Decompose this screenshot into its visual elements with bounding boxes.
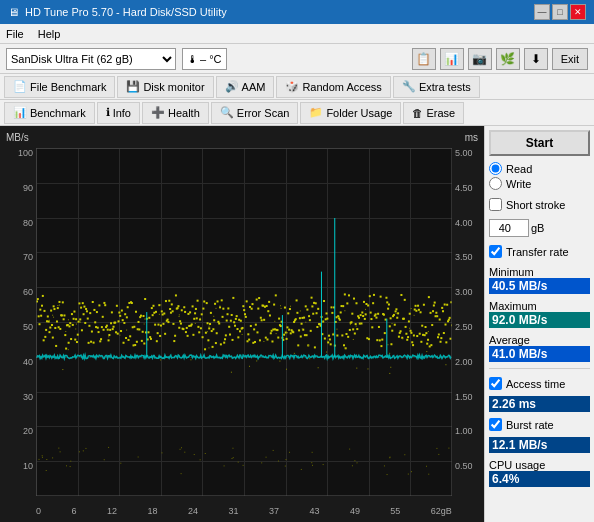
nav-error-scan[interactable]: 🔍 Error Scan	[211, 102, 299, 124]
title-bar-controls: — □ ✕	[534, 4, 586, 20]
extra-tests-icon: 🔧	[402, 80, 416, 93]
access-time-label: Access time	[506, 378, 565, 390]
average-section: Average 41.0 MB/s	[489, 332, 590, 362]
nav-random-access[interactable]: 🎲 Random Access	[276, 76, 390, 98]
toolbar-icons: 📋 📊 📷 🌿 ⬇ Exit	[412, 48, 588, 70]
toolbar-icon-5[interactable]: ⬇	[524, 48, 548, 70]
random-access-icon: 🎲	[285, 80, 299, 93]
file-benchmark-icon: 📄	[13, 80, 27, 93]
burst-rate-checkbox[interactable]	[489, 418, 502, 431]
nav-aam[interactable]: 🔊 AAM	[216, 76, 275, 98]
restore-button[interactable]: □	[552, 4, 568, 20]
minimum-value: 40.5 MB/s	[489, 278, 590, 294]
cpu-section: CPU usage 6.4%	[489, 457, 590, 487]
health-icon: ➕	[151, 106, 165, 119]
app-icon: 🖥	[8, 6, 19, 18]
gb-spinbox[interactable]	[489, 219, 529, 237]
right-panel: Start Read Write Short stroke gB Transfe…	[484, 126, 594, 522]
minimize-button[interactable]: —	[534, 4, 550, 20]
y-axis-right: 5.00 4.50 4.00 3.50 3.00 2.50 2.00 1.50 …	[452, 148, 480, 496]
title-text: HD Tune Pro 5.70 - Hard Disk/SSD Utility	[25, 6, 227, 18]
thermometer-icon: 🌡	[187, 53, 198, 65]
nav-file-benchmark[interactable]: 📄 File Benchmark	[4, 76, 115, 98]
write-option: Write	[489, 177, 590, 190]
aam-icon: 🔊	[225, 80, 239, 93]
cpu-usage-label: CPU usage	[489, 459, 590, 471]
access-time-checkbox[interactable]	[489, 377, 502, 390]
burst-rate-row: Burst rate	[489, 418, 590, 431]
write-radio[interactable]	[489, 177, 502, 190]
chart-inner: MB/s ms 100 90 80 70 60 50 40 30 20 10 5…	[4, 130, 480, 518]
y-axis-left: 100 90 80 70 60 50 40 30 20 10	[4, 148, 36, 496]
close-button[interactable]: ✕	[570, 4, 586, 20]
chart-container: MB/s ms 100 90 80 70 60 50 40 30 20 10 5…	[0, 126, 484, 522]
chart-left-label: MB/s	[6, 132, 29, 143]
error-scan-icon: 🔍	[220, 106, 234, 119]
toolbar-icon-3[interactable]: 📷	[468, 48, 492, 70]
nav-extra-tests[interactable]: 🔧 Extra tests	[393, 76, 480, 98]
disk-monitor-icon: 💾	[126, 80, 140, 93]
maximum-label: Maximum	[489, 300, 590, 312]
burst-rate-label: Burst rate	[506, 419, 554, 431]
transfer-rate-label: Transfer rate	[506, 246, 569, 258]
read-radio[interactable]	[489, 162, 502, 175]
temp-display: 🌡 – °C	[182, 48, 227, 70]
divider-1	[489, 368, 590, 369]
short-stroke-label: Short stroke	[506, 199, 565, 211]
read-label: Read	[506, 163, 532, 175]
benchmark-chart	[36, 148, 452, 496]
read-write-group: Read Write	[489, 162, 590, 190]
toolbar-icon-2[interactable]: 📊	[440, 48, 464, 70]
transfer-rate-row: Transfer rate	[489, 245, 590, 258]
menu-bar: File Help	[0, 24, 594, 44]
maximum-value: 92.0 MB/s	[489, 312, 590, 328]
nav-erase[interactable]: 🗑 Erase	[403, 102, 464, 124]
nav-folder-usage[interactable]: 📁 Folder Usage	[300, 102, 401, 124]
average-value: 41.0 MB/s	[489, 346, 590, 362]
short-stroke-checkbox[interactable]	[489, 198, 502, 211]
title-bar: 🖥 HD Tune Pro 5.70 - Hard Disk/SSD Utili…	[0, 0, 594, 24]
cpu-usage-value: 6.4%	[489, 471, 590, 487]
start-button[interactable]: Start	[489, 130, 590, 156]
temp-value: – °C	[200, 53, 222, 65]
toolbar-icon-4[interactable]: 🌿	[496, 48, 520, 70]
erase-icon: 🗑	[412, 107, 423, 119]
burst-rate-value: 12.1 MB/s	[489, 437, 590, 453]
average-label: Average	[489, 334, 590, 346]
access-time-value: 2.26 ms	[489, 396, 590, 412]
toolbar: SanDisk Ultra Fit (62 gB) 🌡 – °C 📋 📊 📷 🌿…	[0, 44, 594, 74]
chart-right-label: ms	[465, 132, 478, 143]
menu-help[interactable]: Help	[38, 28, 61, 40]
transfer-rate-checkbox[interactable]	[489, 245, 502, 258]
toolbar-icon-1[interactable]: 📋	[412, 48, 436, 70]
minimum-section: Minimum 40.5 MB/s	[489, 264, 590, 294]
benchmark-icon: 📊	[13, 106, 27, 119]
nav-benchmark[interactable]: 📊 Benchmark	[4, 102, 95, 124]
nav-disk-monitor[interactable]: 💾 Disk monitor	[117, 76, 213, 98]
nav-info[interactable]: ℹ Info	[97, 102, 140, 124]
spinbox-unit: gB	[531, 222, 544, 234]
read-option: Read	[489, 162, 590, 175]
write-label: Write	[506, 178, 531, 190]
minimum-label: Minimum	[489, 266, 590, 278]
nav-health[interactable]: ➕ Health	[142, 102, 209, 124]
access-time-row: Access time	[489, 377, 590, 390]
nav-row-1: 📄 File Benchmark 💾 Disk monitor 🔊 AAM 🎲 …	[0, 74, 594, 100]
drive-select[interactable]: SanDisk Ultra Fit (62 gB)	[6, 48, 176, 70]
title-bar-left: 🖥 HD Tune Pro 5.70 - Hard Disk/SSD Utili…	[8, 6, 227, 18]
exit-button[interactable]: Exit	[552, 48, 588, 70]
x-axis: 0 6 12 18 24 31 37 43 49 55 62gB	[36, 506, 452, 516]
maximum-section: Maximum 92.0 MB/s	[489, 298, 590, 328]
folder-usage-icon: 📁	[309, 106, 323, 119]
nav-row-2: 📊 Benchmark ℹ Info ➕ Health 🔍 Error Scan…	[0, 100, 594, 126]
short-stroke-row: Short stroke	[489, 198, 590, 211]
spinbox-row: gB	[489, 219, 590, 237]
info-icon: ℹ	[106, 106, 110, 119]
menu-file[interactable]: File	[6, 28, 24, 40]
main-content: MB/s ms 100 90 80 70 60 50 40 30 20 10 5…	[0, 126, 594, 522]
